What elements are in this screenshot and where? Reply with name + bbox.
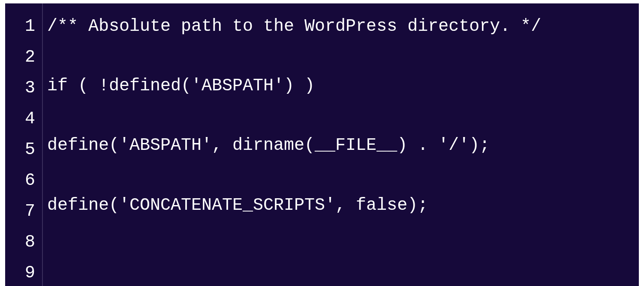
code-line[interactable]: define('ABSPATH', dirname(__FILE__) . '/… (47, 130, 639, 161)
code-area[interactable]: /** Absolute path to the WordPress direc… (43, 3, 639, 286)
code-line[interactable] (47, 42, 639, 71)
line-number: 5 (25, 134, 39, 165)
code-line[interactable] (47, 250, 639, 278)
code-line[interactable]: if ( !defined('ABSPATH') ) (47, 71, 639, 101)
line-number: 1 (25, 11, 39, 42)
code-line[interactable]: /** Absolute path to the WordPress direc… (47, 11, 639, 42)
code-line[interactable]: define('CONCATENATE_SCRIPTS', false); (47, 190, 639, 221)
line-number: 9 (25, 258, 39, 286)
line-number: 6 (25, 165, 39, 196)
code-line[interactable] (47, 161, 639, 190)
line-number: 2 (25, 42, 39, 73)
code-line[interactable] (47, 221, 639, 250)
line-number: 3 (25, 73, 39, 104)
code-line[interactable] (47, 101, 639, 130)
line-number-gutter: 1 2 3 4 5 6 7 8 9 (5, 3, 43, 286)
code-editor[interactable]: 1 2 3 4 5 6 7 8 9 /** Absolute path to t… (5, 3, 639, 286)
line-number: 7 (25, 196, 39, 227)
line-number: 8 (25, 227, 39, 258)
line-number: 4 (25, 104, 39, 134)
